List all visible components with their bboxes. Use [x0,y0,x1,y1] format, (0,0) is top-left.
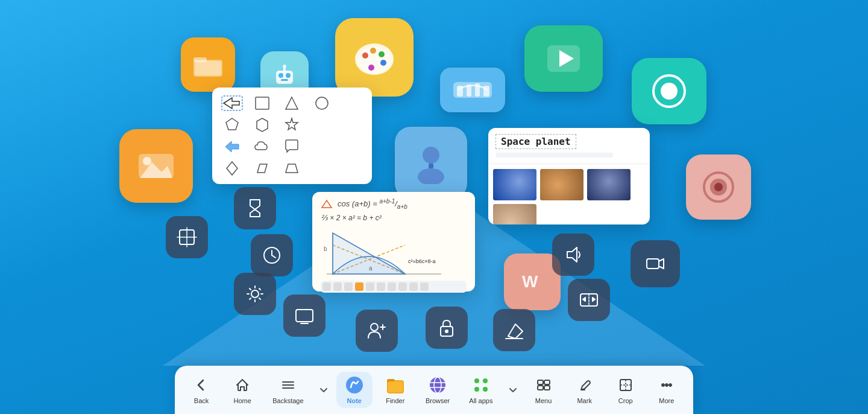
svg-rect-95 [538,386,543,390]
app-icon-gallery[interactable] [119,129,193,203]
shape-cloud [254,139,271,154]
toolbar-item-back[interactable]: Back [183,372,219,408]
app-icon-person[interactable] [395,127,467,199]
shape-pentagon [224,117,240,133]
svg-point-8 [283,65,286,68]
svg-rect-94 [544,380,550,384]
svg-rect-20 [457,86,463,97]
toolbar-item-mark[interactable]: Mark [567,372,603,408]
crop-label: Crop [618,397,633,404]
toolbar-item-crop[interactable]: Crop [608,372,644,408]
svg-point-12 [370,48,376,54]
svg-marker-46 [286,164,298,173]
svg-text:W: W [522,272,538,291]
back-icon [192,375,211,395]
dark-icon-lock[interactable] [426,307,468,349]
shape-circle [314,95,330,111]
browser-icon [428,375,447,395]
dark-icon-settings[interactable] [234,273,276,315]
app-icon-media[interactable] [524,25,603,92]
toolbar-item-backstage[interactable]: Backstage [265,372,310,408]
svg-marker-41 [257,118,268,132]
toolbar: Back Home Backstage [175,366,693,414]
crop-icon [616,375,635,395]
svg-point-11 [362,53,368,59]
toolbar-chevron-right[interactable] [505,381,521,399]
svg-rect-23 [483,86,489,97]
svg-point-89 [474,378,479,383]
dark-icon-clock[interactable] [251,234,293,276]
svg-point-90 [483,378,488,383]
dark-icon-eraser[interactable] [493,309,535,351]
app-icon-record-eye[interactable] [686,154,751,220]
svg-point-5 [286,73,291,78]
svg-text:b: b [324,246,327,252]
svg-point-91 [474,387,479,392]
note-label: Note [347,397,361,404]
app-icon-record[interactable] [632,58,706,124]
svg-text:c: c [364,276,367,278]
back-label: Back [194,397,209,404]
svg-point-15 [368,65,374,71]
svg-rect-64 [296,310,313,322]
shape-rect [254,95,271,111]
space-card: Space planet [488,128,650,225]
shape-speech [283,139,300,154]
mark-label: Mark [577,397,591,404]
toolbar-item-home[interactable]: Home [224,372,260,408]
svg-line-62 [272,255,275,258]
home-label: Home [233,397,251,404]
svg-rect-96 [544,386,550,390]
browser-label: Browser [426,397,450,404]
toolbar-chevron-left[interactable] [316,381,332,399]
toolbar-item-note[interactable]: Note [336,372,373,408]
toolbar-item-browser[interactable]: Browser [418,372,457,408]
toolbar-item-finder[interactable]: Finder [377,372,414,408]
more-icon [657,375,676,395]
svg-point-14 [380,60,386,66]
svg-rect-37 [256,97,269,109]
shape-star [284,117,300,133]
svg-point-85 [430,377,445,393]
svg-rect-18 [429,164,433,168]
svg-point-34 [714,183,723,191]
svg-text:a: a [369,265,373,272]
svg-point-71 [445,330,448,333]
svg-marker-73 [567,247,577,262]
finder-icon [386,375,405,395]
svg-marker-45 [257,164,267,173]
svg-point-39 [316,97,328,109]
shape-arrow2 [223,139,241,154]
app-icon-paint[interactable] [335,18,414,97]
shape-arrow-selected [221,95,243,111]
svg-rect-22 [475,83,480,97]
svg-rect-6 [281,79,288,81]
dark-icon-video[interactable] [631,240,680,287]
menu-label: Menu [535,397,552,404]
toolbar-item-all-apps[interactable]: All apps [462,372,500,408]
all-apps-label: All apps [469,397,492,404]
dark-icon-volume[interactable] [552,234,594,276]
dark-icon-screen[interactable] [283,295,326,337]
toolbar-item-menu[interactable]: Menu [526,372,562,408]
svg-rect-74 [647,259,659,269]
app-icon-pen-tray[interactable] [440,68,505,112]
svg-point-63 [251,290,259,298]
svg-rect-3 [276,71,293,84]
svg-rect-93 [538,380,543,384]
dark-icon-collab[interactable] [356,310,398,352]
home-icon [233,375,252,395]
dark-icon-hourglass[interactable] [234,187,276,229]
shape-hexagon [254,117,270,133]
backstage-label: Backstage [272,397,303,404]
app-icon-files[interactable] [181,37,235,92]
toolbar-item-more[interactable]: More [649,372,685,408]
svg-marker-40 [226,118,238,130]
svg-marker-42 [286,118,298,130]
dark-icon-crop[interactable] [166,216,208,258]
svg-marker-47 [322,200,332,208]
svg-point-4 [278,73,283,78]
svg-point-17 [418,168,444,184]
dark-icon-switch[interactable] [568,279,610,321]
svg-rect-2 [195,61,221,75]
